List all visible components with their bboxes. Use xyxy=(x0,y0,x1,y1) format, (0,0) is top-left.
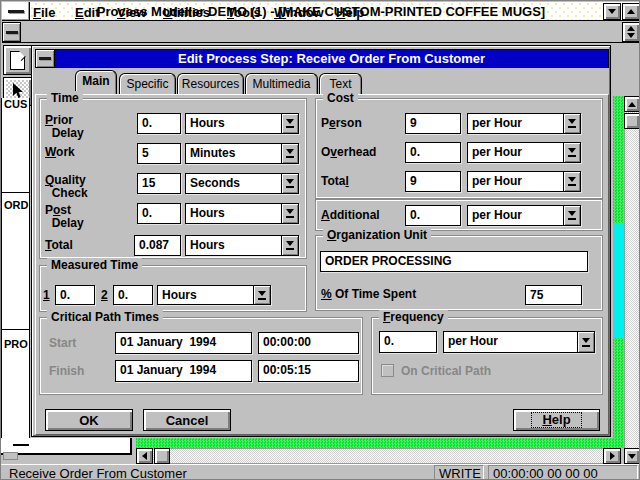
connector-line-fragment xyxy=(13,444,29,446)
tab-specific[interactable]: Specific xyxy=(119,73,176,94)
start-date-field[interactable]: 01 January 1994 xyxy=(115,332,252,354)
overhead-cost-unit-select[interactable]: per Hour xyxy=(467,142,581,163)
frequency-input[interactable]: 0. xyxy=(379,331,437,353)
swimlane-label: PRO xyxy=(4,338,30,350)
measured-unit-select[interactable]: Hours xyxy=(157,285,271,305)
vertical-scrollbar[interactable] xyxy=(624,96,640,464)
scroll-left-button[interactable] xyxy=(136,448,153,464)
cancel-button[interactable]: Cancel xyxy=(143,409,231,431)
diagram-green-band-horizontal xyxy=(136,438,623,448)
total-cost-label: Total xyxy=(321,175,349,188)
new-page-icon xyxy=(10,51,25,70)
dropdown-arrow-icon[interactable] xyxy=(281,204,298,223)
post-delay-label: Post Delay xyxy=(45,204,84,230)
measured-1-input[interactable]: 0. xyxy=(55,285,95,305)
quality-check-input[interactable]: 15 xyxy=(137,173,181,194)
menu-window[interactable]: Window xyxy=(272,4,326,21)
dialog-title: Edit Process Step: Receive Order From Cu… xyxy=(178,51,485,66)
swimlane-divider xyxy=(2,329,30,330)
menu-edit[interactable]: Edit xyxy=(73,4,102,21)
scroll-right-button[interactable] xyxy=(603,448,621,464)
on-critical-path-checkbox xyxy=(381,364,394,377)
prior-delay-label: Prior Delay xyxy=(45,114,84,140)
work-unit-select[interactable]: Minutes xyxy=(185,143,299,164)
overhead-cost-label: Overhead xyxy=(321,146,376,159)
horizontal-scrollbar[interactable] xyxy=(136,448,621,464)
menu-tools[interactable]: Tools xyxy=(225,4,263,21)
horizontal-scrollbar-thumb[interactable] xyxy=(154,448,170,464)
dropdown-arrow-icon[interactable] xyxy=(281,236,298,255)
ok-button[interactable]: OK xyxy=(45,409,133,431)
organization-unit-group-label: Organization Unit xyxy=(323,228,431,242)
status-message: Receive Order From Customer xyxy=(9,466,187,480)
dropdown-arrow-icon[interactable] xyxy=(281,114,298,133)
dialog-titlebar: Edit Process Step: Receive Order From Cu… xyxy=(35,49,609,68)
child-system-menu-button[interactable] xyxy=(2,22,21,42)
percent-time-spent-input[interactable]: 75 xyxy=(525,285,582,305)
dropdown-arrow-icon[interactable] xyxy=(281,144,298,163)
tab-resources[interactable]: Resources xyxy=(177,73,244,94)
cost-group-label: Cost xyxy=(323,91,358,105)
dropdown-arrow-icon[interactable] xyxy=(281,174,298,193)
critical-path-times-group: Critical Path Times xyxy=(39,317,363,395)
restore-up-icon xyxy=(627,26,635,31)
work-input[interactable]: 5 xyxy=(137,143,181,164)
swimlane-header-column: CUS ORD PRO xyxy=(1,98,30,454)
minimize-button[interactable] xyxy=(603,3,621,20)
finish-date-field[interactable]: 01 January 1994 xyxy=(115,360,252,382)
swimlane-label: ORD xyxy=(4,199,30,211)
diagram-cyan-band xyxy=(613,223,624,338)
total-time-unit-select[interactable]: Hours xyxy=(185,235,299,256)
measured-time-group-label: Measured Time xyxy=(47,258,142,272)
help-button-label: Help xyxy=(531,412,581,428)
menu-bar xyxy=(2,21,640,43)
write-mode-indicator: WRITE xyxy=(434,465,484,480)
child-restore-button[interactable] xyxy=(622,22,640,42)
tab-multimedia[interactable]: Multimedia xyxy=(245,73,318,94)
scroll-up-button[interactable] xyxy=(624,96,640,112)
organization-unit-input[interactable]: ORDER PROCESSING xyxy=(320,251,588,272)
scroll-down-button[interactable] xyxy=(624,448,640,464)
measured-1-label: 1 xyxy=(43,289,50,302)
maximize-icon xyxy=(627,9,635,14)
start-label: Start xyxy=(49,337,76,350)
work-label: Work xyxy=(45,146,75,159)
dropdown-arrow-icon[interactable] xyxy=(563,206,580,225)
menu-help[interactable]: Help xyxy=(334,4,366,21)
help-button[interactable]: Help xyxy=(513,409,600,431)
menu-view[interactable]: View xyxy=(115,4,148,21)
menu-file[interactable]: File xyxy=(31,4,57,21)
total-cost-unit-select[interactable]: per Hour xyxy=(467,171,581,192)
post-delay-unit-select[interactable]: Hours xyxy=(185,203,299,224)
additional-cost-input[interactable]: 0. xyxy=(405,205,461,226)
total-cost-input[interactable]: 9 xyxy=(405,171,461,192)
frequency-unit-select[interactable]: per Hour xyxy=(443,331,595,353)
finish-label: Finish xyxy=(49,365,84,378)
person-cost-input[interactable]: 9 xyxy=(405,113,461,134)
menu-utilities[interactable]: Utilities xyxy=(161,4,212,21)
dropdown-arrow-icon[interactable] xyxy=(563,172,580,191)
finish-time-field[interactable]: 00:05:15 xyxy=(258,360,359,382)
dialog-system-menu-button[interactable] xyxy=(36,50,55,67)
percent-time-spent-label: % Of Time Spent xyxy=(321,288,416,301)
total-time-input[interactable]: 0.087 xyxy=(134,235,181,256)
person-cost-unit-select[interactable]: per Hour xyxy=(467,113,581,134)
measured-2-input[interactable]: 0. xyxy=(113,285,153,305)
quality-check-unit-select[interactable]: Seconds xyxy=(185,173,299,194)
dropdown-arrow-icon[interactable] xyxy=(563,114,580,133)
dropdown-arrow-icon[interactable] xyxy=(563,143,580,162)
maximize-button[interactable] xyxy=(622,3,640,20)
overhead-cost-input[interactable]: 0. xyxy=(405,142,461,163)
dialog-system-menu-icon xyxy=(39,57,51,60)
prior-delay-input[interactable]: 0. xyxy=(137,113,181,134)
dropdown-arrow-icon[interactable] xyxy=(253,286,270,304)
post-delay-input[interactable]: 0. xyxy=(137,203,181,224)
additional-cost-unit-select[interactable]: per Hour xyxy=(467,205,581,226)
scroll-right-icon xyxy=(610,452,615,460)
prior-delay-unit-select[interactable]: Hours xyxy=(185,113,299,134)
scroll-left-icon xyxy=(142,452,147,460)
new-diagram-button[interactable] xyxy=(3,45,32,75)
dropdown-arrow-icon[interactable] xyxy=(577,332,594,352)
start-time-field[interactable]: 00:00:00 xyxy=(258,332,359,354)
vertical-scrollbar-thumb[interactable] xyxy=(624,113,640,129)
